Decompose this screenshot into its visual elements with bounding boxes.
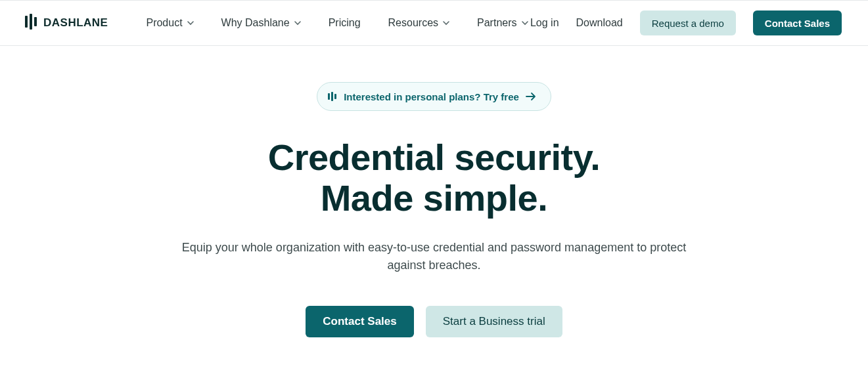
nav-label: Resources — [388, 17, 438, 29]
nav-label: Product — [146, 17, 182, 29]
request-demo-button[interactable]: Request a demo — [640, 11, 736, 35]
svg-rect-3 — [328, 93, 330, 100]
nav-why-dashlane[interactable]: Why Dashlane — [221, 17, 301, 29]
brand-name: DASHLANE — [43, 16, 108, 30]
dashlane-mini-icon — [328, 92, 337, 101]
hero-cta-group: Contact Sales Start a Business trial — [0, 306, 868, 337]
nav-label: Why Dashlane — [221, 17, 290, 29]
primary-nav: Product Why Dashlane Pricing Resources P… — [146, 17, 528, 29]
pill-text: Interested in personal plans? Try free — [344, 91, 519, 102]
hero: Interested in personal plans? Try free C… — [0, 46, 868, 337]
hero-title: Credential security. Made simple. — [0, 137, 868, 218]
hero-start-trial-button[interactable]: Start a Business trial — [426, 306, 562, 337]
hero-title-line1: Credential security. — [268, 137, 601, 178]
svg-rect-2 — [34, 17, 37, 26]
contact-sales-button[interactable]: Contact Sales — [753, 11, 842, 35]
nav-pricing[interactable]: Pricing — [329, 17, 361, 29]
dashlane-logo-icon — [25, 14, 38, 32]
nav-resources[interactable]: Resources — [388, 17, 449, 29]
brand-logo[interactable]: DASHLANE — [25, 14, 108, 32]
arrow-right-icon — [526, 92, 536, 101]
svg-rect-5 — [334, 94, 336, 99]
nav-actions: Log in Download Request a demo Contact S… — [530, 11, 842, 35]
download-link[interactable]: Download — [576, 17, 623, 29]
nav-product[interactable]: Product — [146, 17, 193, 29]
login-link[interactable]: Log in — [530, 17, 559, 29]
chevron-down-icon — [522, 20, 528, 26]
hero-subtitle: Equip your whole organization with easy-… — [165, 239, 704, 274]
chevron-down-icon — [294, 20, 301, 26]
nav-label: Partners — [477, 17, 516, 29]
svg-rect-0 — [25, 16, 28, 28]
svg-rect-1 — [30, 14, 32, 30]
personal-plans-pill[interactable]: Interested in personal plans? Try free — [317, 82, 551, 111]
hero-title-line2: Made simple. — [321, 177, 548, 219]
hero-contact-sales-button[interactable]: Contact Sales — [306, 306, 413, 337]
chevron-down-icon — [443, 20, 449, 26]
svg-rect-4 — [331, 92, 333, 101]
nav-label: Pricing — [329, 17, 361, 29]
chevron-down-icon — [187, 20, 194, 26]
nav-partners[interactable]: Partners — [477, 17, 528, 29]
top-nav: DASHLANE Product Why Dashlane Pricing Re… — [0, 0, 868, 46]
